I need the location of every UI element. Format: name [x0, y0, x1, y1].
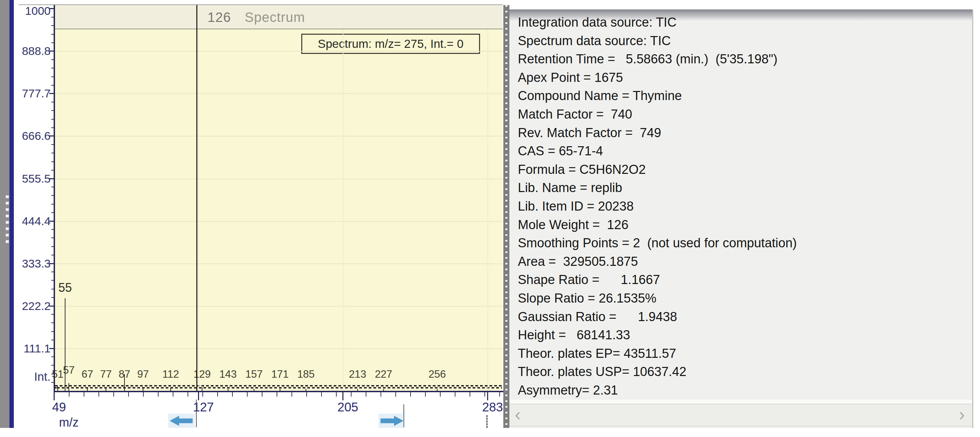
base-peak-label: 126: [207, 10, 231, 25]
info-line: Rev. Match Factor = 749: [518, 126, 661, 141]
y-axis-line: [54, 5, 55, 391]
gridline-vertical: [343, 29, 344, 391]
spectrum-peak: [57, 386, 58, 391]
x-axis-minor-tick: [84, 392, 84, 397]
gridline-vertical: [487, 29, 488, 391]
x-axis-minor-tick: [247, 392, 248, 397]
x-axis-minor-tick: [469, 392, 470, 397]
y-axis-tick-label: 888.8: [10, 44, 51, 57]
y-axis-unit-label: Int.: [13, 370, 51, 383]
spectrum-peak: [143, 388, 143, 391]
peak-mz-annotation: 97: [128, 368, 158, 380]
x-axis-tick-label: 49: [35, 400, 83, 415]
spectrum-peak: [196, 5, 197, 391]
x-axis-major-tick: [198, 392, 199, 400]
info-line: Smoothing Points = 2 (not used for compu…: [518, 236, 797, 251]
spectrum-peak: [202, 387, 202, 391]
x-axis-tick-label: 205: [324, 400, 371, 415]
pan-right-arrow-icon[interactable]: [379, 414, 405, 428]
info-line: CAS = 65-71-4: [518, 144, 603, 159]
scrollbar-gap: [509, 400, 972, 404]
y-axis-tick-label: 444.4: [10, 215, 51, 227]
x-axis-minor-tick: [484, 392, 485, 397]
pan-right-arrow-head: [394, 416, 404, 426]
x-axis-tick-label: 127: [180, 400, 227, 415]
info-line: Asymmetry= 2.31: [518, 383, 618, 398]
chart-title: Spectrum: [245, 10, 305, 25]
gridline-horizontal: [55, 136, 503, 136]
x-axis-unit-label: m/z: [59, 415, 100, 429]
info-line: Gaussian Ratio = 1.9438: [518, 310, 677, 325]
x-axis-minor-tick: [380, 392, 381, 397]
pane-accent-border: [10, 0, 14, 428]
gridline-horizontal: [55, 51, 503, 52]
left-gutter: [0, 0, 10, 428]
pan-left-arrow-icon[interactable]: [168, 414, 195, 428]
info-line: Retention Time = 5.58663 (min.) (5'35.19…: [518, 52, 778, 67]
x-axis-minor-tick: [306, 392, 307, 397]
y-axis-tick-label: 777.7: [10, 87, 51, 100]
x-axis-line: [54, 391, 504, 392]
x-axis-minor-tick: [217, 392, 218, 397]
x-axis-minor-tick: [366, 392, 366, 397]
pane-splitter[interactable]: [503, 5, 509, 428]
x-axis-minor-tick: [69, 392, 70, 397]
spectrum-peak: [68, 383, 69, 391]
peak-mz-annotation: 227: [368, 368, 399, 380]
x-axis-minor-tick: [262, 392, 262, 397]
scroll-left-icon[interactable]: ‹: [515, 404, 520, 424]
x-axis-minor-tick: [188, 392, 188, 397]
info-line: Match Factor = 740: [518, 107, 632, 122]
x-axis-minor-tick: [99, 392, 99, 397]
gridline-horizontal: [55, 179, 503, 179]
spectrum-peak: [170, 388, 171, 391]
scroll-right-icon[interactable]: ›: [959, 404, 965, 424]
x-axis-minor-tick: [54, 392, 55, 397]
gridline-horizontal: [55, 93, 503, 94]
x-axis-minor-tick: [351, 392, 352, 397]
x-axis-minor-tick: [455, 392, 455, 397]
x-axis-minor-tick: [128, 392, 129, 397]
x-axis-major-tick: [342, 392, 344, 400]
y-axis-tick-label: 666.6: [10, 129, 51, 142]
y-axis-tick-label: 555.5: [10, 172, 51, 185]
spectrum-peak: [106, 388, 106, 391]
x-axis-minor-tick: [440, 392, 441, 397]
vertical-splitter-grip[interactable]: [6, 195, 9, 246]
pan-left-arrow-head: [170, 416, 179, 426]
peak-mz-annotation: 256: [422, 368, 452, 380]
info-line: Spectrum data source: TIC: [518, 34, 671, 49]
info-line: Formula = C5H6N2O2: [518, 162, 646, 177]
info-line: Height = 68141.33: [518, 328, 630, 343]
info-line: Lib. Item ID = 20238: [518, 199, 633, 214]
gcms-analysis-window: 1000888.8777.7666.6555.5444.4333.3222.21…: [0, 0, 980, 437]
x-axis-minor-tick: [395, 392, 396, 397]
pan-right-arrow-tail: [380, 418, 395, 423]
info-line: Theor. plates USP= 10637.42: [518, 364, 687, 379]
y-axis-tick-label: 1000: [10, 5, 51, 17]
x-axis-minor-tick: [202, 392, 203, 397]
spectrum-plot-canvas[interactable]: 126 Spectrum Spectrum: m/z= 275, Int.= 0…: [55, 5, 503, 391]
gridline-horizontal: [55, 306, 503, 307]
x-axis-major-tick: [487, 392, 488, 400]
x-range-cursor-left[interactable]: [196, 400, 197, 427]
peak-info-panel: Integration data source: TICSpectrum dat…: [509, 10, 973, 428]
baseline-noise-trace: [55, 385, 502, 386]
x-axis-minor-tick: [158, 392, 159, 397]
peak-mz-annotation: 112: [156, 368, 186, 380]
peak-mz-annotation: 185: [291, 368, 321, 380]
x-axis-minor-tick: [291, 392, 292, 397]
y-axis-tick-label: 222.2: [10, 299, 51, 312]
info-line: Area = 329505.1875: [518, 254, 638, 269]
info-line: Shape Ratio = 1.1667: [518, 272, 660, 287]
gridline-horizontal: [55, 263, 503, 264]
spectrum-peak: [65, 298, 65, 391]
info-line: Mole Weight = 126: [518, 218, 628, 233]
gridline-horizontal: [55, 348, 503, 349]
spectrum-peak: [124, 374, 125, 391]
x-axis-minor-tick: [232, 392, 233, 397]
x-range-cursor-dashed: [487, 415, 487, 428]
info-horizontal-scrollbar[interactable]: ‹ ›: [509, 404, 972, 427]
x-axis-minor-tick: [410, 392, 411, 397]
info-line: Slope Ratio = 26.1535%: [518, 291, 657, 306]
